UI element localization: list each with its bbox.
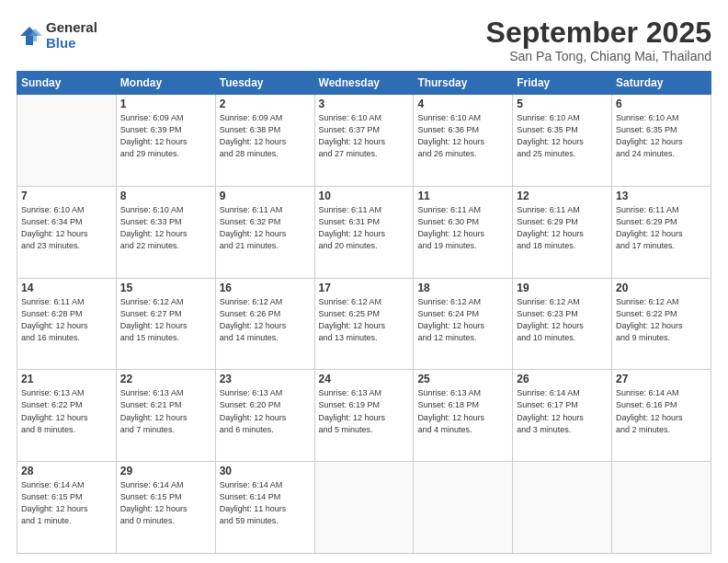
day-number: 2 — [220, 98, 311, 110]
day-number: 23 — [220, 373, 311, 385]
calendar-cell — [314, 462, 414, 554]
calendar-cell: 5Sunrise: 6:10 AMSunset: 6:35 PMDaylight… — [513, 95, 612, 187]
day-number: 4 — [417, 98, 508, 110]
day-number: 5 — [517, 98, 608, 110]
calendar-cell: 12Sunrise: 6:11 AMSunset: 6:29 PMDayligh… — [513, 186, 612, 278]
header: General Blue September 2025 San Pa Tong,… — [17, 17, 711, 63]
day-info: Sunrise: 6:11 AMSunset: 6:29 PMDaylight:… — [616, 204, 707, 252]
calendar-cell: 3Sunrise: 6:10 AMSunset: 6:37 PMDaylight… — [314, 95, 414, 187]
day-info: Sunrise: 6:11 AMSunset: 6:31 PMDaylight:… — [319, 204, 410, 252]
calendar-cell: 30Sunrise: 6:14 AMSunset: 6:14 PMDayligh… — [215, 462, 314, 554]
day-info: Sunrise: 6:12 AMSunset: 6:27 PMDaylight:… — [120, 296, 211, 344]
day-info: Sunrise: 6:13 AMSunset: 6:21 PMDaylight:… — [120, 387, 211, 435]
day-number: 6 — [616, 98, 707, 110]
day-info: Sunrise: 6:14 AMSunset: 6:17 PMDaylight:… — [517, 387, 608, 435]
col-thursday: Thursday — [414, 72, 513, 95]
day-number: 26 — [517, 373, 608, 385]
day-number: 30 — [220, 465, 311, 477]
week-row-2: 7Sunrise: 6:10 AMSunset: 6:34 PMDaylight… — [17, 186, 711, 278]
calendar-cell: 19Sunrise: 6:12 AMSunset: 6:23 PMDayligh… — [513, 278, 612, 370]
title-block: September 2025 San Pa Tong, Chiang Mai, … — [486, 17, 711, 63]
day-number: 19 — [517, 282, 608, 294]
calendar-cell — [612, 462, 711, 554]
day-number: 8 — [120, 190, 211, 202]
day-number: 27 — [616, 373, 707, 385]
calendar-cell: 14Sunrise: 6:11 AMSunset: 6:28 PMDayligh… — [17, 278, 117, 370]
calendar-subtitle: San Pa Tong, Chiang Mai, Thailand — [486, 49, 711, 63]
day-info: Sunrise: 6:10 AMSunset: 6:33 PMDaylight:… — [120, 204, 211, 252]
calendar-cell: 22Sunrise: 6:13 AMSunset: 6:21 PMDayligh… — [116, 370, 215, 462]
calendar-cell: 16Sunrise: 6:12 AMSunset: 6:26 PMDayligh… — [215, 278, 314, 370]
week-row-3: 14Sunrise: 6:11 AMSunset: 6:28 PMDayligh… — [17, 278, 711, 370]
day-info: Sunrise: 6:11 AMSunset: 6:29 PMDaylight:… — [517, 204, 608, 252]
col-saturday: Saturday — [612, 72, 711, 95]
logo-text: General Blue — [46, 20, 97, 51]
day-info: Sunrise: 6:12 AMSunset: 6:24 PMDaylight:… — [417, 296, 508, 344]
calendar-cell: 4Sunrise: 6:10 AMSunset: 6:36 PMDaylight… — [414, 95, 513, 187]
day-number: 25 — [417, 373, 508, 385]
day-info: Sunrise: 6:14 AMSunset: 6:15 PMDaylight:… — [21, 479, 112, 527]
day-number: 20 — [616, 282, 707, 294]
day-info: Sunrise: 6:12 AMSunset: 6:23 PMDaylight:… — [517, 296, 608, 344]
header-row: Sunday Monday Tuesday Wednesday Thursday… — [17, 72, 711, 95]
day-info: Sunrise: 6:10 AMSunset: 6:35 PMDaylight:… — [616, 112, 707, 160]
day-number: 13 — [616, 190, 707, 202]
day-info: Sunrise: 6:13 AMSunset: 6:18 PMDaylight:… — [417, 387, 508, 435]
day-number: 1 — [120, 98, 211, 110]
day-number: 15 — [120, 282, 211, 294]
calendar-cell — [513, 462, 612, 554]
calendar-cell: 28Sunrise: 6:14 AMSunset: 6:15 PMDayligh… — [17, 462, 117, 554]
day-number: 21 — [21, 373, 112, 385]
day-info: Sunrise: 6:12 AMSunset: 6:26 PMDaylight:… — [220, 296, 311, 344]
calendar-title: September 2025 — [486, 17, 711, 49]
day-info: Sunrise: 6:13 AMSunset: 6:19 PMDaylight:… — [319, 387, 410, 435]
day-info: Sunrise: 6:14 AMSunset: 6:14 PMDaylight:… — [220, 479, 311, 527]
day-info: Sunrise: 6:12 AMSunset: 6:22 PMDaylight:… — [616, 296, 707, 344]
day-info: Sunrise: 6:11 AMSunset: 6:30 PMDaylight:… — [417, 204, 508, 252]
day-number: 24 — [319, 373, 410, 385]
day-info: Sunrise: 6:10 AMSunset: 6:35 PMDaylight:… — [517, 112, 608, 160]
day-info: Sunrise: 6:09 AMSunset: 6:39 PMDaylight:… — [120, 112, 211, 160]
calendar-cell: 6Sunrise: 6:10 AMSunset: 6:35 PMDaylight… — [612, 95, 711, 187]
day-number: 16 — [220, 282, 311, 294]
calendar-cell: 24Sunrise: 6:13 AMSunset: 6:19 PMDayligh… — [314, 370, 414, 462]
day-number: 10 — [319, 190, 410, 202]
logo: General Blue — [17, 20, 97, 51]
calendar-cell: 1Sunrise: 6:09 AMSunset: 6:39 PMDaylight… — [116, 95, 215, 187]
day-number: 28 — [21, 465, 112, 477]
week-row-4: 21Sunrise: 6:13 AMSunset: 6:22 PMDayligh… — [17, 370, 711, 462]
day-info: Sunrise: 6:09 AMSunset: 6:38 PMDaylight:… — [220, 112, 311, 160]
calendar-cell: 10Sunrise: 6:11 AMSunset: 6:31 PMDayligh… — [314, 186, 414, 278]
calendar-cell: 21Sunrise: 6:13 AMSunset: 6:22 PMDayligh… — [17, 370, 117, 462]
day-info: Sunrise: 6:10 AMSunset: 6:36 PMDaylight:… — [417, 112, 508, 160]
day-number: 22 — [120, 373, 211, 385]
calendar-cell: 8Sunrise: 6:10 AMSunset: 6:33 PMDaylight… — [116, 186, 215, 278]
col-friday: Friday — [513, 72, 612, 95]
calendar-cell — [414, 462, 513, 554]
calendar-cell: 18Sunrise: 6:12 AMSunset: 6:24 PMDayligh… — [414, 278, 513, 370]
col-sunday: Sunday — [17, 72, 117, 95]
day-info: Sunrise: 6:10 AMSunset: 6:37 PMDaylight:… — [319, 112, 410, 160]
day-info: Sunrise: 6:12 AMSunset: 6:25 PMDaylight:… — [319, 296, 410, 344]
day-number: 12 — [517, 190, 608, 202]
calendar-cell: 23Sunrise: 6:13 AMSunset: 6:20 PMDayligh… — [215, 370, 314, 462]
day-number: 3 — [319, 98, 410, 110]
calendar-cell: 26Sunrise: 6:14 AMSunset: 6:17 PMDayligh… — [513, 370, 612, 462]
col-tuesday: Tuesday — [215, 72, 314, 95]
calendar-cell: 15Sunrise: 6:12 AMSunset: 6:27 PMDayligh… — [116, 278, 215, 370]
logo-blue: Blue — [46, 36, 97, 52]
day-number: 17 — [319, 282, 410, 294]
calendar-cell — [17, 95, 117, 187]
day-number: 9 — [220, 190, 311, 202]
calendar-cell: 25Sunrise: 6:13 AMSunset: 6:18 PMDayligh… — [414, 370, 513, 462]
day-info: Sunrise: 6:10 AMSunset: 6:34 PMDaylight:… — [21, 204, 112, 252]
calendar-cell: 11Sunrise: 6:11 AMSunset: 6:30 PMDayligh… — [414, 186, 513, 278]
calendar-cell: 2Sunrise: 6:09 AMSunset: 6:38 PMDaylight… — [215, 95, 314, 187]
col-wednesday: Wednesday — [314, 72, 414, 95]
day-info: Sunrise: 6:11 AMSunset: 6:32 PMDaylight:… — [220, 204, 311, 252]
day-number: 14 — [21, 282, 112, 294]
col-monday: Monday — [116, 72, 215, 95]
logo-icon — [17, 23, 42, 49]
day-info: Sunrise: 6:13 AMSunset: 6:22 PMDaylight:… — [21, 387, 112, 435]
day-info: Sunrise: 6:14 AMSunset: 6:15 PMDaylight:… — [120, 479, 211, 527]
